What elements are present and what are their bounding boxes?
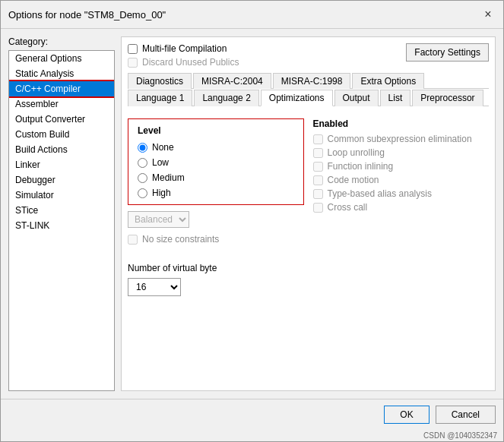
right-panel: Enabled Common subexpression elimination… — [313, 118, 490, 384]
enabled-item-cross-call: Cross call — [313, 202, 490, 213]
balanced-row: Balanced — [128, 211, 304, 228]
enabled-list: Common subexpression eliminationLoop unr… — [313, 134, 490, 213]
tabs-container: DiagnosticsMISRA-C:2004MISRA-C:1998Extra… — [128, 72, 489, 106]
sidebar-item-build-actions[interactable]: Build Actions — [9, 142, 114, 157]
enabled-checkbox-type-based-alias[interactable] — [313, 189, 323, 199]
enabled-item-cse: Common subexpression elimination — [313, 134, 490, 144]
sidebar-item-simulator[interactable]: Simulator — [9, 188, 114, 203]
tab-optimizations[interactable]: Optimizations — [261, 90, 333, 106]
radio-row-low: Low — [138, 157, 294, 168]
sidebar-list: General OptionsStatic AnalysisC/C++ Comp… — [8, 50, 115, 391]
tab-misra-1998[interactable]: MISRA-C:1998 — [273, 73, 351, 89]
enabled-label-code-motion: Code motion — [328, 175, 379, 185]
sidebar-item-stice[interactable]: STice — [9, 203, 114, 218]
sidebar-item-general-options[interactable]: General Options — [9, 51, 114, 66]
enabled-label-cse: Common subexpression elimination — [328, 134, 472, 144]
multifile-label: Multi-file Compilation — [142, 43, 227, 54]
tab-diagnostics[interactable]: Diagnostics — [128, 73, 192, 89]
sidebar-item-cpp-compiler[interactable]: C/C++ Compiler — [9, 81, 114, 96]
discard-row: Discard Unused Publics — [128, 57, 239, 68]
no-size-checkbox[interactable] — [128, 235, 138, 245]
enabled-checkbox-cross-call[interactable] — [313, 203, 323, 213]
enabled-label-type-based-alias: Type-based alias analysis — [328, 188, 432, 199]
radio-none[interactable] — [138, 143, 147, 153]
tabs-row1: DiagnosticsMISRA-C:2004MISRA-C:1998Extra… — [128, 72, 489, 89]
enabled-checkbox-code-motion[interactable] — [313, 175, 323, 185]
balanced-dropdown[interactable]: Balanced — [128, 211, 189, 228]
footer: OK Cancel — [1, 399, 503, 430]
main-content-panel: Multi-file Compilation Discard Unused Pu… — [121, 36, 496, 391]
discard-label: Discard Unused Publics — [142, 57, 239, 68]
category-label: Category: — [8, 36, 115, 47]
tab-list[interactable]: List — [380, 90, 411, 106]
enabled-label: Enabled — [313, 118, 490, 129]
radio-row-none: None — [138, 142, 294, 153]
close-button[interactable]: × — [480, 7, 496, 22]
enabled-label-function-inlining: Function inlining — [328, 161, 394, 172]
tab-misra-2004[interactable]: MISRA-C:2004 — [193, 73, 271, 89]
radio-row-high: High — [138, 188, 294, 198]
sidebar-item-debugger[interactable]: Debugger — [9, 172, 114, 188]
enabled-label-cross-call: Cross call — [328, 202, 368, 213]
sidebar-item-assembler[interactable]: Assembler — [9, 96, 114, 112]
radio-label-low: Low — [152, 157, 169, 168]
virtual-byte-label: Number of virtual byte — [128, 263, 304, 273]
enabled-checkbox-loop-unrolling[interactable] — [313, 148, 323, 158]
window-body: Category: General OptionsStatic Analysis… — [1, 29, 503, 399]
factory-settings-button[interactable]: Factory Settings — [406, 43, 489, 62]
radio-row-medium: Medium — [138, 172, 294, 183]
left-panel: Level NoneLowMediumHigh Balanced No size… — [128, 118, 304, 384]
enabled-checkbox-cse[interactable] — [313, 134, 323, 144]
enabled-label-loop-unrolling: Loop unrolling — [328, 147, 385, 158]
title-bar: Options for node "STM8_Demo_00" × — [1, 1, 503, 29]
level-box: Level NoneLowMediumHigh — [128, 118, 304, 205]
watermark: CSDN @1040352347 — [1, 430, 503, 441]
enabled-item-code-motion: Code motion — [313, 175, 490, 185]
radio-label-high: High — [152, 188, 171, 198]
enabled-checkbox-function-inlining[interactable] — [313, 162, 323, 172]
no-size-row: No size constraints — [128, 234, 304, 245]
top-bar: Multi-file Compilation Discard Unused Pu… — [128, 43, 489, 68]
window-title: Options for node "STM8_Demo_00" — [8, 9, 166, 21]
tab-extra-options[interactable]: Extra Options — [352, 73, 424, 89]
radio-low[interactable] — [138, 158, 147, 168]
sidebar-item-output-converter[interactable]: Output Converter — [9, 112, 114, 127]
enabled-item-type-based-alias: Type-based alias analysis — [313, 188, 490, 199]
radio-label-medium: Medium — [152, 172, 185, 183]
virtual-byte-section: Number of virtual byte 163264 — [128, 263, 304, 296]
sidebar-item-linker[interactable]: Linker — [9, 157, 114, 172]
top-checkboxes: Multi-file Compilation Discard Unused Pu… — [128, 43, 239, 68]
sidebar: Category: General OptionsStatic Analysis… — [8, 36, 115, 391]
tab-preprocessor[interactable]: Preprocessor — [412, 90, 483, 106]
tab-output[interactable]: Output — [334, 90, 379, 106]
discard-checkbox[interactable] — [128, 58, 138, 68]
cancel-button[interactable]: Cancel — [436, 406, 496, 424]
sidebar-item-custom-build[interactable]: Custom Build — [9, 127, 114, 142]
level-label: Level — [138, 125, 294, 136]
no-size-label: No size constraints — [142, 234, 219, 245]
tab-language1[interactable]: Language 1 — [128, 90, 192, 106]
multifile-row: Multi-file Compilation — [128, 43, 239, 54]
radio-medium[interactable] — [138, 173, 147, 183]
ok-button[interactable]: OK — [384, 406, 429, 424]
multifile-checkbox[interactable] — [128, 44, 138, 54]
main-window: Options for node "STM8_Demo_00" × Catego… — [0, 0, 504, 442]
radio-high[interactable] — [138, 188, 147, 198]
enabled-item-loop-unrolling: Loop unrolling — [313, 147, 490, 158]
sidebar-item-st-link[interactable]: ST-LINK — [9, 218, 114, 233]
tabs-row2: Language 1Language 2OptimizationsOutputL… — [128, 89, 489, 106]
tab-language2[interactable]: Language 2 — [194, 90, 258, 106]
virtual-byte-select[interactable]: 163264 — [128, 278, 181, 296]
sidebar-item-static-analysis[interactable]: Static Analysis — [9, 66, 114, 81]
enabled-item-function-inlining: Function inlining — [313, 161, 490, 172]
radio-label-none: None — [152, 142, 174, 153]
tab-content: Level NoneLowMediumHigh Balanced No size… — [128, 112, 489, 384]
